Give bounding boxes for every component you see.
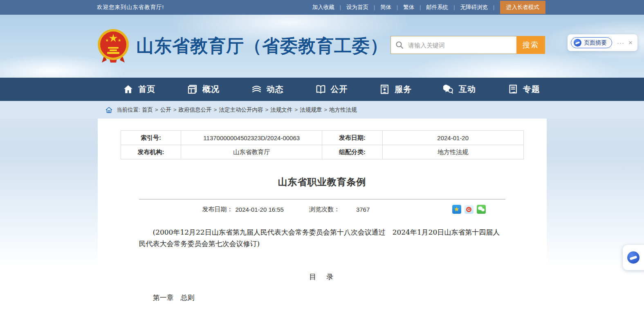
nav-item-home[interactable]: 首页 bbox=[107, 78, 171, 101]
separator: > bbox=[155, 107, 158, 113]
page-summary-panel: 页面摘要 ··· × bbox=[568, 34, 637, 51]
breadcrumb-item[interactable]: 政府信息公开 bbox=[179, 107, 212, 113]
brand: 山东省教育厅（省委教育工委） bbox=[97, 28, 388, 64]
nav-item-topic[interactable]: 专题 bbox=[491, 78, 556, 101]
nav-item-service[interactable]: 服务 bbox=[364, 78, 428, 101]
breadcrumb-item[interactable]: 法定主动公开内容 bbox=[219, 107, 263, 113]
page-summary-button[interactable]: 页面摘要 bbox=[571, 37, 612, 48]
elder-mode-button[interactable]: 进入长者模式 bbox=[500, 1, 545, 14]
nav-item-interact[interactable]: 互动 bbox=[428, 78, 492, 101]
weibo-share-icon[interactable] bbox=[464, 205, 473, 214]
topbar-link[interactable]: 繁体 bbox=[398, 4, 420, 11]
page-summary-label: 页面摘要 bbox=[584, 39, 607, 47]
info-value: 地方性法规 bbox=[382, 145, 523, 159]
nav-label: 专题 bbox=[523, 84, 540, 95]
close-icon[interactable]: × bbox=[628, 39, 633, 47]
article-title: 山东省职业教育条例 bbox=[98, 176, 547, 188]
national-emblem-logo bbox=[97, 28, 130, 64]
separator: | bbox=[493, 4, 494, 10]
site-header: 山东省教育厅（省委教育工委） 搜索 bbox=[0, 15, 644, 78]
table-row: 索引号:11370000004502323D/2024-00063发布日期:20… bbox=[121, 131, 523, 145]
nav-item-overview[interactable]: 概况 bbox=[171, 78, 236, 101]
breadcrumb-item[interactable]: 首页 bbox=[142, 107, 153, 113]
share-icons: ★ bbox=[452, 205, 486, 214]
table-row: 发布机构:山东省教育厅组配分类:地方性法规 bbox=[121, 145, 523, 159]
news-icon bbox=[251, 84, 262, 95]
nav-label: 公开 bbox=[331, 84, 348, 95]
separator: > bbox=[173, 107, 177, 113]
openbook-icon bbox=[315, 84, 326, 95]
topbar-link[interactable]: 邮件系统 bbox=[421, 4, 453, 11]
search-box: 搜索 bbox=[390, 36, 545, 54]
nav-label: 概况 bbox=[202, 84, 220, 95]
breadcrumb-prefix: 当前位置: bbox=[117, 106, 140, 114]
main-nav: 首页概况动态公开服务互动专题 bbox=[0, 78, 644, 101]
top-utility-bar: 欢迎您来到山东省教育厅! 加入收藏|设为首页|简体|繁体|邮件系统|无障碍浏览|… bbox=[0, 0, 644, 15]
article-body: (2000年12月22日山东省第九届人民代表大会常务委员会第十八次会议通过 20… bbox=[139, 227, 505, 302]
toc-heading: 目 录 bbox=[139, 272, 505, 282]
ai-assistant-fab[interactable] bbox=[623, 245, 644, 270]
ai-assistant-icon bbox=[574, 39, 581, 47]
info-value: 山东省教育厅 bbox=[181, 145, 322, 159]
wechat-share-icon[interactable] bbox=[477, 205, 486, 214]
info-label: 索引号: bbox=[121, 131, 181, 145]
breadcrumb-item[interactable]: 法规规章 bbox=[300, 107, 322, 113]
topic-icon bbox=[507, 84, 518, 95]
search-icon bbox=[391, 36, 408, 54]
breadcrumb-item[interactable]: 地方性法规 bbox=[329, 107, 357, 113]
topbar-link[interactable]: 简体 bbox=[375, 4, 397, 11]
publish-date-label: 发布日期： bbox=[202, 206, 233, 213]
breadcrumb-item[interactable]: 法规文件 bbox=[270, 107, 292, 113]
page-background: 索引号:11370000004502323D/2024-00063发布日期:20… bbox=[0, 119, 644, 309]
qzone-share-icon[interactable]: ★ bbox=[452, 205, 461, 214]
content-card: 索引号:11370000004502323D/2024-00063发布日期:20… bbox=[98, 119, 547, 309]
search-button[interactable]: 搜索 bbox=[516, 36, 545, 54]
info-value: 2024-01-20 bbox=[382, 131, 523, 145]
nav-item-openbook[interactable]: 公开 bbox=[299, 78, 364, 101]
article-paragraph: (2000年12月22日山东省第九届人民代表大会常务委员会第十八次会议通过 20… bbox=[139, 227, 505, 249]
info-label: 发布日期: bbox=[322, 131, 383, 145]
welcome-text: 欢迎您来到山东省教育厅! bbox=[97, 4, 164, 11]
views-label: 浏览次数： bbox=[309, 206, 340, 213]
overview-icon bbox=[187, 84, 198, 95]
breadcrumb: 当前位置: 首页>公开>政府信息公开>法定主动公开内容>法规文件>法规规章>地方… bbox=[0, 101, 644, 119]
topbar-link[interactable]: 加入收藏 bbox=[307, 4, 340, 11]
separator: > bbox=[294, 107, 298, 113]
nav-item-news[interactable]: 动态 bbox=[235, 78, 299, 101]
nav-label: 动态 bbox=[267, 84, 284, 95]
separator: > bbox=[214, 107, 217, 113]
more-options-icon[interactable]: ··· bbox=[617, 39, 624, 46]
toc-item: 第一章 总则 bbox=[139, 293, 505, 302]
search-input[interactable] bbox=[408, 36, 517, 54]
separator: > bbox=[265, 107, 268, 113]
topbar-link[interactable]: 无障碍浏览 bbox=[455, 4, 493, 11]
service-icon bbox=[379, 84, 390, 95]
topbar-links: 加入收藏|设为首页|简体|繁体|邮件系统|无障碍浏览|进入长者模式 bbox=[307, 0, 545, 15]
ai-assistant-icon bbox=[627, 251, 640, 264]
interact-icon bbox=[443, 84, 454, 95]
document-info-table: 索引号:11370000004502323D/2024-00063发布日期:20… bbox=[121, 130, 524, 159]
breadcrumb-item[interactable]: 公开 bbox=[160, 107, 171, 113]
breadcrumb-items: 首页>公开>政府信息公开>法定主动公开内容>法规文件>法规规章>地方性法规 bbox=[142, 106, 357, 114]
nav-label: 首页 bbox=[138, 84, 155, 95]
nav-label: 互动 bbox=[459, 84, 476, 95]
home-icon[interactable] bbox=[105, 107, 112, 113]
topbar-link[interactable]: 设为首页 bbox=[341, 4, 374, 11]
article-meta: 发布日期： 2024-01-20 16:55 浏览次数： 3767 ★ bbox=[139, 199, 505, 214]
views-value: 3767 bbox=[356, 206, 370, 213]
site-title: 山东省教育厅（省委教育工委） bbox=[136, 34, 388, 58]
publish-date-value: 2024-01-20 16:55 bbox=[236, 206, 284, 213]
separator: > bbox=[324, 107, 327, 113]
toc-list: 第一章 总则 bbox=[139, 293, 505, 302]
nav-label: 服务 bbox=[395, 84, 412, 95]
home-icon bbox=[123, 84, 134, 95]
info-label: 组配分类: bbox=[322, 145, 383, 159]
info-value: 11370000004502323D/2024-00063 bbox=[181, 131, 322, 145]
info-label: 发布机构: bbox=[121, 145, 181, 159]
